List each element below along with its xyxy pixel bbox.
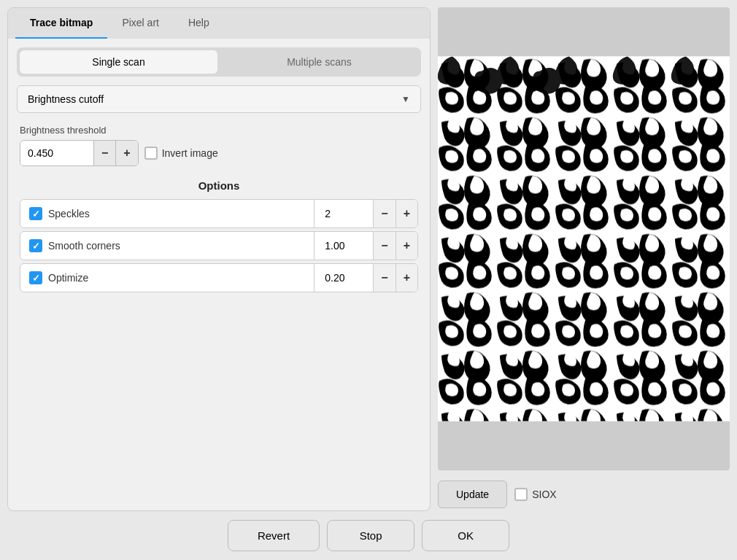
optimize-row: ✓ Optimize 0.20 − + (20, 263, 418, 292)
optimize-label-group: ✓ Optimize (20, 264, 314, 292)
right-panel: Update SIOX (438, 7, 730, 511)
tab-trace-bitmap[interactable]: Trace bitmap (15, 8, 107, 37)
siox-checkbox[interactable] (514, 488, 528, 501)
speckles-controls: 2 − + (314, 200, 417, 228)
brightness-cutoff-dropdown[interactable]: Brightness cutoff ▼ (17, 85, 421, 113)
smooth-corners-label-group: ✓ Smooth corners (20, 232, 314, 260)
optimize-controls: 0.20 − + (314, 264, 417, 292)
left-panel: Trace bitmap Pixel art Help Single scan … (7, 7, 431, 511)
image-preview (438, 7, 730, 470)
smooth-corners-increase-button[interactable]: + (395, 232, 417, 260)
options-title: Options (20, 179, 418, 192)
speckles-row: ✓ Speckles 2 − + (20, 199, 418, 228)
dropdown-arrow-icon: ▼ (401, 94, 410, 104)
optimize-checkmark: ✓ (32, 273, 40, 283)
optimize-decrease-button[interactable]: − (373, 264, 395, 292)
scan-mode-selector: Single scan Multiple scans (17, 47, 421, 77)
brightness-threshold-label: Brightness threshold (20, 125, 418, 136)
stop-button[interactable]: Stop (327, 520, 414, 551)
optimize-label: Optimize (48, 272, 88, 284)
speckles-increase-button[interactable]: + (395, 200, 417, 228)
siox-label: SIOX (532, 489, 556, 500)
smooth-corners-checkmark: ✓ (32, 241, 40, 251)
single-scan-button[interactable]: Single scan (20, 50, 217, 74)
smooth-corners-row: ✓ Smooth corners 1.00 − + (20, 231, 418, 260)
optimize-checkbox[interactable]: ✓ (29, 271, 42, 284)
dropdown-label: Brightness cutoff (28, 93, 104, 105)
mode-dropdown-container: Brightness cutoff ▼ (17, 85, 421, 113)
speckles-checkmark: ✓ (32, 209, 40, 219)
multiple-scans-button[interactable]: Multiple scans (220, 50, 418, 74)
tab-pixel-art[interactable]: Pixel art (107, 8, 174, 37)
brightness-decrease-button[interactable]: − (93, 141, 115, 166)
smooth-corners-value: 1.00 (315, 233, 373, 259)
tabs-container: Trace bitmap Pixel art Help (8, 8, 430, 39)
smooth-corners-controls: 1.00 − + (314, 232, 417, 260)
speckles-checkbox[interactable]: ✓ (29, 207, 42, 220)
svg-rect-2 (438, 57, 730, 421)
speckles-label-group: ✓ Speckles (20, 200, 314, 228)
brightness-value-input[interactable] (20, 141, 93, 165)
pattern-svg (438, 7, 730, 470)
speckles-decrease-button[interactable]: − (373, 200, 395, 228)
revert-button[interactable]: Revert (228, 520, 320, 551)
smooth-corners-decrease-button[interactable]: − (373, 232, 395, 260)
siox-row: SIOX (514, 488, 556, 501)
options-section: Options ✓ Speckles 2 − + (8, 172, 430, 303)
brightness-threshold-section: Brightness threshold − + Invert image (8, 119, 430, 172)
ok-button[interactable]: OK (422, 520, 509, 551)
optimize-value: 0.20 (315, 265, 373, 291)
smooth-corners-checkbox[interactable]: ✓ (29, 239, 42, 252)
invert-image-checkbox[interactable] (144, 147, 158, 160)
invert-image-text: Invert image (162, 147, 218, 159)
brightness-input-group: − + (20, 140, 139, 166)
brightness-threshold-row: − + Invert image (20, 140, 418, 166)
bottom-bar: Revert Stop OK (0, 511, 737, 560)
tab-help[interactable]: Help (174, 8, 224, 37)
invert-image-label[interactable]: Invert image (144, 147, 218, 160)
optimize-increase-button[interactable]: + (395, 264, 417, 292)
image-controls: Update SIOX (438, 478, 730, 511)
update-button[interactable]: Update (438, 481, 507, 508)
speckles-value: 2 (315, 201, 373, 227)
speckles-label: Speckles (48, 208, 90, 219)
smooth-corners-label: Smooth corners (48, 240, 120, 252)
brightness-increase-button[interactable]: + (115, 141, 137, 166)
